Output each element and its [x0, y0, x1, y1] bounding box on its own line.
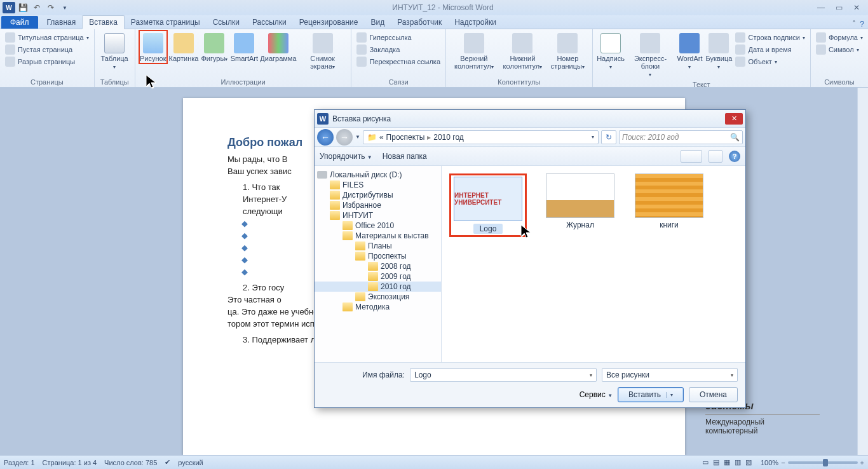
preview-pane-button[interactable] [709, 150, 722, 163]
highlight-box: ИНТЕРНЕТ УНИВЕРСИТЕТ Logo [449, 173, 527, 237]
shapes-button[interactable]: Фигуры▾ [200, 31, 228, 65]
dropcap-button[interactable]: Буквица▾ [705, 31, 733, 72]
newfolder-button[interactable]: Новая папка [383, 152, 427, 161]
header-button[interactable]: Верхний колонтитул▾ [450, 31, 498, 72]
ribbon-minimize-icon[interactable]: ˄ [852, 20, 856, 29]
back-button[interactable]: ← [317, 129, 334, 146]
file-thumb-books[interactable]: книги [634, 173, 705, 229]
tab-file[interactable]: Файл [1, 16, 38, 29]
breadcrumb-item[interactable]: 2010 год [433, 133, 464, 142]
cancel-button[interactable]: Отмена [689, 387, 738, 402]
forward-button[interactable]: → [336, 129, 353, 146]
status-section[interactable]: Раздел: 1 [4, 459, 35, 466]
organize-button[interactable]: Упорядочить ▼ [320, 152, 372, 161]
breadcrumb[interactable]: 📁 « Проспекты ▸ 2010 год ▾ [363, 130, 599, 144]
footer-button[interactable]: Нижний колонтитул▾ [499, 31, 546, 72]
smartart-button[interactable]: SmartArt [230, 31, 259, 64]
folder-icon [368, 282, 378, 291]
file-thumb-journal[interactable]: Журнал [545, 173, 616, 229]
status-spellcheck-icon[interactable]: ✔ [165, 458, 170, 466]
tab-view[interactable]: Вид [364, 16, 391, 29]
thumbnail-image [635, 173, 703, 218]
restore-button[interactable]: ▭ [832, 3, 845, 12]
crossref-button[interactable]: Перекрестная ссылка [355, 56, 442, 67]
search-input[interactable]: Поиск: 2010 год 🔍 [619, 130, 743, 144]
quick-access-toolbar: W 💾 ↶ ↷ ▼ [3, 2, 71, 13]
folder-tree[interactable]: Локальный диск (D:) FILES Дистрибутивы И… [315, 166, 442, 362]
quickparts-button[interactable]: Экспресс-блоки▾ [627, 31, 675, 80]
file-list[interactable]: ИНТЕРНЕТ УНИВЕРСИТЕТ Logo Журнал книги [442, 166, 745, 362]
dialog-titlebar[interactable]: W Вставка рисунка ✕ [315, 110, 745, 128]
tab-addins[interactable]: Надстройки [448, 16, 503, 29]
filename-input[interactable]: Logo▾ [410, 368, 597, 382]
insert-picture-dialog: W Вставка рисунка ✕ ← → ▼ 📁 « Проспекты … [314, 109, 746, 408]
pagenum-icon [557, 33, 578, 53]
file-caption: Logo [473, 224, 503, 234]
object-button[interactable]: Объект▾ [734, 56, 806, 67]
picture-button[interactable]: Рисунок [139, 31, 167, 64]
tab-home[interactable]: Главная [41, 16, 83, 29]
dialog-title: Вставка рисунка [332, 114, 725, 123]
search-icon[interactable]: 🔍 [730, 133, 740, 142]
status-language[interactable]: русский [178, 459, 203, 466]
page-break-button[interactable]: Разрыв страницы [4, 56, 90, 67]
group-label-symbols: Символы [815, 78, 864, 87]
qat-dropdown-icon[interactable]: ▼ [58, 2, 71, 13]
chart-button[interactable]: Диаграмма [260, 31, 297, 64]
tab-pagelayout[interactable]: Разметка страницы [125, 16, 207, 29]
screenshot-button[interactable]: Снимок экрана▾ [298, 31, 348, 72]
chevron-down-icon[interactable]: ▾ [592, 134, 594, 140]
redo-icon[interactable]: ↷ [44, 2, 57, 13]
blank-page-button[interactable]: Пустая страница [4, 44, 90, 55]
clipart-icon [173, 33, 194, 53]
help-icon[interactable]: ? [860, 20, 864, 29]
tab-mailings[interactable]: Рассылки [246, 16, 293, 29]
zoom-control[interactable]: 100% − + [761, 459, 864, 466]
file-thumb-logo[interactable]: ИНТЕРНЕТ УНИВЕРСИТЕТ Logo [452, 177, 524, 234]
pagenum-button[interactable]: Номер страницы▾ [547, 31, 588, 72]
zoom-slider[interactable] [788, 461, 858, 464]
history-dropdown-icon[interactable]: ▼ [355, 134, 360, 140]
view-mode-button[interactable] [681, 150, 702, 163]
wordart-button[interactable]: WordArt▾ [675, 31, 703, 72]
breadcrumb-item[interactable]: Проспекты [386, 133, 425, 142]
table-button[interactable]: Таблица▾ [98, 31, 131, 72]
datetime-button[interactable]: Дата и время [734, 44, 806, 55]
dialog-close-button[interactable]: ✕ [725, 113, 743, 125]
view-buttons[interactable]: ▭ ▤ ▦ ▥ ▧ [702, 458, 753, 466]
tools-dropdown[interactable]: Сервис ▼ [580, 390, 613, 399]
zoom-out-icon[interactable]: − [781, 459, 785, 466]
undo-icon[interactable]: ↶ [31, 2, 43, 13]
group-text: Надпись▾ Экспресс-блоки▾ WordArt▾ Буквиц… [593, 29, 811, 87]
folder-icon [330, 180, 340, 189]
zoom-in-icon[interactable]: + [860, 459, 864, 466]
shapes-icon [204, 33, 224, 53]
bookmark-button[interactable]: Закладка [355, 44, 442, 55]
close-button[interactable]: ✕ [850, 3, 863, 12]
filter-dropdown[interactable]: Все рисунки▾ [602, 368, 738, 382]
hyperlink-button[interactable]: Гиперссылка [355, 32, 442, 43]
header-icon [464, 33, 484, 53]
insert-button[interactable]: Вставить▾ [618, 387, 684, 402]
help-icon[interactable]: ? [729, 151, 740, 162]
cover-page-button[interactable]: Титульная страница▾ [4, 32, 90, 43]
minimize-button[interactable]: ― [815, 3, 827, 12]
equation-button[interactable]: Формула▾ [815, 32, 864, 43]
search-placeholder: Поиск: 2010 год [622, 133, 679, 142]
vertical-scrollbar[interactable] [857, 88, 868, 455]
tab-references[interactable]: Ссылки [207, 16, 246, 29]
folder-icon [355, 241, 365, 250]
tab-insert[interactable]: Вставка [82, 15, 125, 29]
refresh-button[interactable]: ↻ [601, 130, 616, 144]
ribbon-tabs: Файл Главная Вставка Разметка страницы С… [0, 15, 868, 29]
symbol-button[interactable]: Символ▾ [815, 44, 864, 55]
signature-button[interactable]: Строка подписи▾ [734, 32, 806, 43]
status-page[interactable]: Страница: 1 из 4 [43, 459, 97, 466]
tab-review[interactable]: Рецензирование [293, 16, 365, 29]
tab-developer[interactable]: Разработчик [391, 16, 448, 29]
folder-icon [330, 211, 340, 220]
status-words[interactable]: Число слов: 785 [104, 459, 157, 466]
clipart-button[interactable]: Картинка [168, 31, 200, 64]
save-icon[interactable]: 💾 [17, 2, 29, 13]
textbox-button[interactable]: Надпись▾ [597, 31, 625, 72]
